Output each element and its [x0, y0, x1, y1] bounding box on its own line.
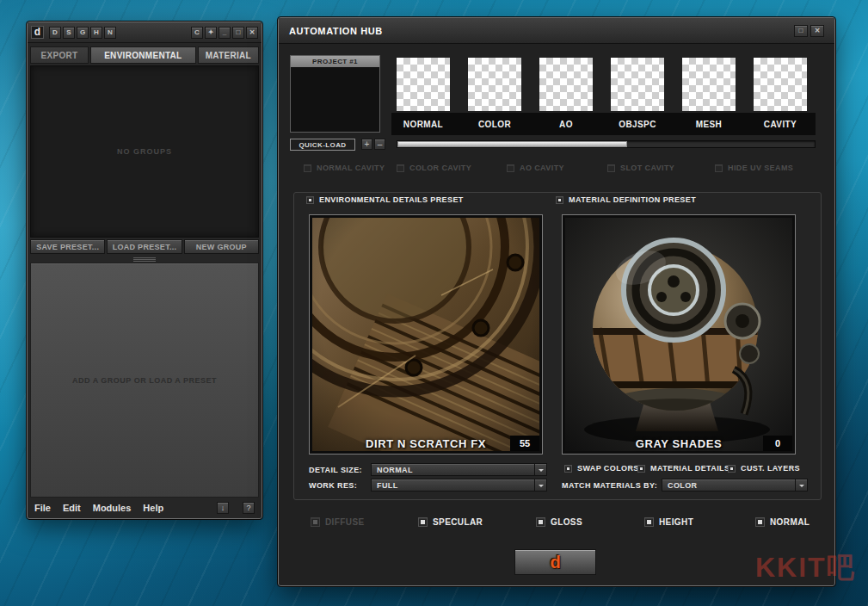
compact-button[interactable]: C	[191, 27, 203, 39]
suite-tool-window: d D S G H N C ✦ _ □ ✕ EXPORT ENVIRONMENT…	[27, 22, 262, 519]
work-res-label: WORK RES:	[309, 481, 357, 490]
texture-slot-normal[interactable]: NORMAL	[397, 58, 450, 132]
hub-body: PROJECT #1 QUICK-LOAD + – NORMAL COLOR A…	[279, 44, 834, 585]
material-ball-image[interactable]	[565, 218, 792, 451]
slot-thumbnail[interactable]	[397, 58, 450, 111]
option-normal-cavity[interactable]: NORMAL CAVITY	[304, 164, 385, 172]
slot-thumbnail[interactable]	[539, 58, 593, 111]
slot-label-strip	[391, 113, 816, 135]
load-preset-button[interactable]: LOAD PRESET...	[107, 239, 182, 254]
chevron-down-icon	[534, 479, 546, 491]
add-project-button[interactable]: +	[361, 139, 372, 150]
env-preset-header[interactable]: ENVIRONMENTAL DETAILS PRESET	[306, 195, 464, 204]
menu-help[interactable]: Help	[143, 503, 163, 513]
detail-size-dropdown[interactable]: NORMAL	[371, 463, 547, 476]
slot-thumbnail[interactable]	[611, 58, 664, 111]
pin-icon[interactable]: ✦	[205, 27, 217, 39]
env-preset-preview[interactable]: DIRT N SCRATCH FX 55	[309, 214, 543, 454]
maximize-button[interactable]: □	[232, 27, 244, 39]
project-thumbnail[interactable]	[291, 67, 379, 132]
work-res-dropdown[interactable]: FULL	[371, 479, 547, 492]
tab-export[interactable]: EXPORT	[30, 46, 89, 64]
toggle-label: HEIGHT	[659, 517, 693, 527]
option-slot-cavity[interactable]: SLOT CAVITY	[607, 164, 674, 172]
menu-modules[interactable]: Modules	[93, 503, 132, 513]
tab-material[interactable]: MATERIAL	[198, 46, 259, 64]
menubar: File Edit Modules Help ↓ ?	[28, 498, 262, 518]
toggle-normal[interactable]: NORMAL	[755, 517, 810, 527]
groups-panel[interactable]: NO GROUPS	[30, 65, 259, 238]
module-button-n[interactable]: N	[104, 27, 116, 39]
checkbox-icon[interactable]	[715, 164, 723, 172]
slot-thumbnail[interactable]	[468, 58, 521, 111]
texture-slot-objspc[interactable]: OBJSPC	[611, 58, 664, 132]
splitter-handle[interactable]	[28, 256, 262, 263]
new-group-button[interactable]: NEW GROUP	[184, 239, 259, 254]
maximize-button[interactable]: □	[794, 25, 808, 37]
titlebar[interactable]: d D S G H N C ✦ _ □ ✕	[28, 22, 262, 43]
option-material-details[interactable]: MATERIAL DETAILS	[637, 464, 729, 473]
material-preset-header[interactable]: MATERIAL DEFINITION PRESET	[556, 195, 696, 204]
checkbox-icon[interactable]	[311, 517, 320, 527]
option-color-cavity[interactable]: COLOR CAVITY	[397, 164, 471, 172]
drop-hint-label: ADD A GROUP OR LOAD A PRESET	[72, 376, 217, 385]
module-button-g[interactable]: G	[77, 27, 89, 39]
module-button-s[interactable]: S	[63, 27, 75, 39]
texture-slot-ao[interactable]: AO	[539, 58, 593, 132]
checkbox-icon[interactable]	[728, 465, 736, 473]
menu-file[interactable]: File	[34, 503, 51, 513]
option-ao-cavity[interactable]: AO CAVITY	[507, 164, 564, 172]
toggle-diffuse[interactable]: DIFFUSE	[311, 517, 365, 527]
checkbox-icon[interactable]	[304, 164, 311, 172]
checkbox-icon[interactable]	[397, 164, 404, 172]
option-cust-layers[interactable]: CUST. LAYERS	[728, 464, 800, 473]
material-preset-preview[interactable]: GRAY SHADES 0	[562, 214, 796, 454]
module-button-d[interactable]: D	[49, 27, 61, 39]
remove-project-button[interactable]: –	[374, 139, 385, 150]
group-drop-panel[interactable]: ADD A GROUP OR LOAD A PRESET	[30, 263, 259, 498]
checkbox-icon[interactable]	[507, 164, 514, 172]
slots-scrollbar[interactable]	[397, 140, 816, 148]
automation-hub-window: AUTOMATION HUB □ ✕ PROJECT #1 QUICK-LOAD…	[278, 17, 835, 586]
texture-slot-cavity[interactable]: CAVITY	[754, 58, 807, 132]
option-hide-uv-seams[interactable]: HIDE UV SEAMS	[715, 164, 793, 172]
close-button[interactable]: ✕	[246, 27, 258, 39]
texture-slot-mesh[interactable]: MESH	[682, 58, 736, 132]
download-icon[interactable]: ↓	[217, 502, 229, 514]
toggle-specular[interactable]: SPECULAR	[418, 517, 483, 527]
project-box[interactable]: PROJECT #1	[290, 55, 380, 133]
hub-titlebar[interactable]: AUTOMATION HUB □ ✕	[279, 18, 834, 44]
checkbox-icon[interactable]	[418, 517, 428, 527]
module-button-h[interactable]: H	[90, 27, 102, 39]
checkbox-icon[interactable]	[644, 517, 654, 527]
minimize-button[interactable]: _	[219, 27, 231, 39]
match-materials-dropdown[interactable]: COLOR	[662, 479, 808, 492]
slot-thumbnail[interactable]	[682, 58, 736, 111]
close-button[interactable]: ✕	[810, 25, 824, 37]
texture-slot-color[interactable]: COLOR	[468, 58, 521, 132]
checkbox-icon[interactable]	[306, 196, 314, 204]
checkbox-icon[interactable]	[637, 465, 645, 473]
toggle-height[interactable]: HEIGHT	[644, 517, 693, 527]
desktop: { "desktop": { "watermark": "KKIT吧" }, "…	[0, 0, 868, 606]
scrollbar-handle[interactable]	[397, 141, 627, 147]
launch-ddo-button[interactable]: d	[514, 549, 596, 575]
menu-edit[interactable]: Edit	[63, 503, 81, 513]
slot-label: CAVITY	[754, 118, 807, 132]
toggle-gloss[interactable]: GLOSS	[536, 517, 582, 527]
help-icon[interactable]: ?	[243, 502, 255, 514]
project-tab[interactable]: PROJECT #1	[291, 56, 379, 67]
checkbox-icon[interactable]	[536, 517, 545, 527]
checkbox-icon[interactable]	[755, 517, 765, 527]
quick-load-button[interactable]: QUICK-LOAD	[290, 139, 355, 151]
tab-environmental[interactable]: ENVIRONMENTAL	[90, 46, 196, 64]
option-label: MATERIAL DETAILS	[650, 464, 729, 473]
dirt-scratch-texture-image[interactable]	[312, 218, 539, 451]
slot-thumbnail[interactable]	[754, 58, 807, 111]
checkbox-icon[interactable]	[607, 164, 615, 172]
checkbox-icon[interactable]	[564, 465, 572, 473]
save-preset-button[interactable]: SAVE PRESET...	[30, 239, 105, 254]
detail-size-label: DETAIL SIZE:	[309, 466, 362, 474]
checkbox-icon[interactable]	[556, 196, 563, 204]
option-swap-colors[interactable]: SWAP COLORS	[564, 464, 639, 473]
